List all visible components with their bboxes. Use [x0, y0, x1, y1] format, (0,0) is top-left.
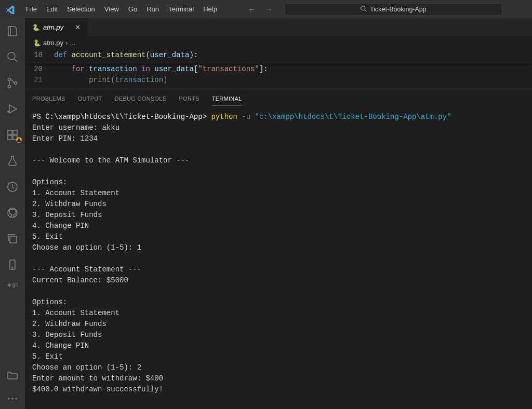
- panel-tab-ports[interactable]: PORTS: [179, 93, 199, 105]
- editor-tabs: 🐍 atm.py ✕: [25, 18, 532, 37]
- terminal-output-line: 5. Exit: [32, 351, 525, 362]
- panel-tabs: PROBLEMS OUTPUT DEBUG CONSOLE PORTS TERM…: [25, 89, 532, 105]
- terminal-output-line: 4. Change PIN: [32, 221, 525, 231]
- bottom-panel: PROBLEMS OUTPUT DEBUG CONSOLE PORTS TERM…: [25, 89, 532, 409]
- svg-point-2: [8, 52, 15, 60]
- github-icon[interactable]: [0, 204, 25, 222]
- tab-filename: atm.py: [43, 23, 63, 31]
- terminal-output-line: [32, 286, 525, 297]
- warning-badge-icon: [16, 137, 22, 143]
- terminal-output-line: --- Welcome to the ATM Simulator ---: [32, 155, 525, 166]
- search-text: Ticket-Booking-App: [370, 6, 427, 13]
- search-icon: [360, 5, 367, 13]
- terminal-output-line: Enter PIN: 1234: [32, 133, 525, 144]
- svg-point-17: [8, 398, 10, 400]
- stacked-files-icon[interactable]: [0, 230, 25, 248]
- vscode-logo-icon: [4, 3, 17, 16]
- terminal-output-line: Enter amount to withdraw: $400: [32, 373, 525, 384]
- terminal-output-line: Options:: [32, 297, 525, 308]
- terminal-output-line: 1. Account Statement: [32, 188, 525, 199]
- device-icon[interactable]: [0, 256, 25, 274]
- svg-point-6: [15, 82, 17, 85]
- code-editor[interactable]: 18 def account_statement(user_data):: [25, 49, 532, 64]
- panel-tab-debug[interactable]: DEBUG CONSOLE: [115, 93, 167, 105]
- menu-run[interactable]: Run: [142, 3, 163, 15]
- nav-forward-icon[interactable]: →: [265, 5, 273, 13]
- explorer-icon[interactable]: [0, 22, 25, 40]
- terminal-output-line: 2. Withdraw Funds: [32, 199, 525, 210]
- panel-tab-output[interactable]: OUTPUT: [78, 93, 102, 105]
- svg-point-19: [16, 398, 17, 400]
- terminal-output-line: Enter username: akku: [32, 122, 525, 133]
- nav-back-icon[interactable]: ←: [248, 5, 256, 13]
- panel-tab-terminal[interactable]: TERMINAL: [212, 93, 242, 105]
- source-control-icon[interactable]: [0, 74, 25, 92]
- editor-area: 🐍 atm.py ✕ 🐍 atm.py › ... 18 def account…: [25, 18, 532, 409]
- panel-tab-problems[interactable]: PROBLEMS: [32, 93, 65, 105]
- menu-help[interactable]: Help: [199, 3, 221, 15]
- terminal-output-line: 3. Deposit Funds: [32, 210, 525, 221]
- code-editor[interactable]: 20 for transaction in user_data["transac…: [25, 64, 532, 89]
- git-panel-icon[interactable]: ◈git: [0, 282, 25, 288]
- terminal-output-line: Current Balance: $5000: [32, 275, 525, 286]
- tab-atm-py[interactable]: 🐍 atm.py ✕: [25, 18, 88, 37]
- timeline-icon[interactable]: [0, 178, 25, 196]
- more-icon[interactable]: [0, 392, 25, 405]
- svg-point-5: [8, 86, 11, 88]
- terminal-output-line: Choose an option (1-5): 2: [32, 362, 525, 373]
- testing-icon[interactable]: [0, 152, 25, 170]
- terminal-output-line: $400.0 withdrawn successfully!: [32, 384, 525, 395]
- svg-rect-9: [8, 135, 12, 140]
- svg-point-7: [7, 111, 9, 113]
- svg-point-16: [12, 267, 13, 268]
- terminal-output-line: [32, 253, 525, 264]
- terminal-output-line: 3. Deposit Funds: [32, 330, 525, 340]
- python-file-icon: 🐍: [33, 39, 41, 47]
- menu-file[interactable]: File: [22, 3, 41, 15]
- terminal-output-line: Options:: [32, 177, 525, 188]
- menu-terminal[interactable]: Terminal: [164, 3, 198, 15]
- svg-point-0: [361, 6, 365, 10]
- terminal-prompt-line: PS C:\xampp\htdocs\t\Ticket-Booking-App>…: [32, 112, 525, 122]
- terminal-output-line: [32, 166, 525, 177]
- activity-bar: ◈git: [0, 18, 25, 409]
- title-bar: File Edit Selection View Go Run Terminal…: [0, 0, 532, 18]
- svg-point-4: [8, 78, 11, 81]
- breadcrumb[interactable]: 🐍 atm.py › ...: [25, 37, 532, 49]
- command-center-search[interactable]: Ticket-Booking-App: [284, 3, 502, 16]
- svg-rect-8: [8, 130, 12, 134]
- titlebar-center: ← → Ticket-Booking-App: [222, 3, 528, 16]
- terminal-output-line: 2. Withdraw Funds: [32, 319, 525, 330]
- menu-selection[interactable]: Selection: [63, 3, 99, 15]
- terminal-output-line: --- Account Statement ---: [32, 264, 525, 275]
- menu-view[interactable]: View: [100, 3, 123, 15]
- menu-edit[interactable]: Edit: [42, 3, 62, 15]
- tab-close-icon[interactable]: ✕: [73, 23, 83, 31]
- svg-line-3: [14, 59, 17, 62]
- terminal-output-line: Choose an option (1-5): 1: [32, 242, 525, 253]
- terminal-output-line: 5. Exit: [32, 231, 525, 242]
- terminal[interactable]: PS C:\xampp\htdocs\t\Ticket-Booking-App>…: [25, 105, 532, 409]
- folder-icon[interactable]: [0, 366, 25, 384]
- menu-go[interactable]: Go: [124, 3, 141, 15]
- svg-point-18: [12, 398, 14, 400]
- terminal-output-line: 1. Account Statement: [32, 308, 525, 319]
- search-activity-icon[interactable]: [0, 48, 25, 66]
- python-file-icon: 🐍: [32, 24, 40, 31]
- terminal-output-line: 4. Change PIN: [32, 340, 525, 351]
- svg-rect-14: [10, 236, 17, 243]
- run-debug-icon[interactable]: [0, 100, 25, 118]
- extensions-icon[interactable]: [0, 126, 25, 144]
- svg-line-1: [365, 9, 366, 11]
- terminal-output-line: [32, 144, 525, 155]
